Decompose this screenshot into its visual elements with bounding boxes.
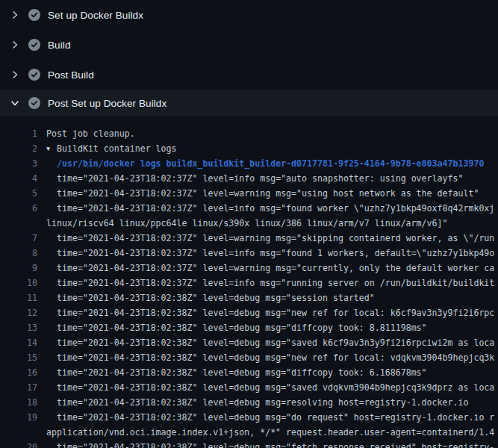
check-circle-icon bbox=[28, 39, 40, 51]
line-number[interactable]: 14 bbox=[0, 335, 37, 350]
log-text: time="2021-04-23T18:02:37Z" level=warnin… bbox=[57, 261, 494, 276]
line-number[interactable]: 5 bbox=[0, 186, 37, 201]
log-group-label: BuildKit container logs bbox=[57, 143, 177, 154]
log-text: application/vnd.oci.image.index.v1+json,… bbox=[46, 425, 494, 440]
line-number bbox=[0, 425, 37, 440]
log-line: 5time="2021-04-23T18:02:37Z" level=warni… bbox=[0, 186, 498, 201]
log-text: time="2021-04-23T18:02:38Z" level=debug … bbox=[57, 380, 494, 395]
log-text: ▼BuildKit container logs bbox=[46, 141, 177, 156]
log-line: 6time="2021-04-23T18:02:37Z" level=info … bbox=[0, 201, 498, 216]
line-number[interactable]: 3 bbox=[0, 156, 37, 171]
log-line: 3/usr/bin/docker logs buildx_buildkit_bu… bbox=[0, 156, 498, 171]
log-command-text: /usr/bin/docker logs buildx_buildkit_bui… bbox=[57, 156, 484, 171]
line-number[interactable]: 20 bbox=[0, 440, 37, 448]
step-section-build[interactable]: Build bbox=[0, 30, 498, 60]
log-text: time="2021-04-23T18:02:38Z" level=debug … bbox=[57, 320, 427, 335]
log-text: time="2021-04-23T18:02:37Z" level=info m… bbox=[57, 201, 494, 216]
line-number bbox=[0, 216, 37, 231]
line-number[interactable]: 15 bbox=[0, 350, 37, 365]
line-number[interactable]: 16 bbox=[0, 365, 37, 380]
log-text: time="2021-04-23T18:02:37Z" level=warnin… bbox=[57, 186, 479, 201]
line-number[interactable]: 12 bbox=[0, 305, 37, 320]
log-line: 16time="2021-04-23T18:02:38Z" level=debu… bbox=[0, 365, 498, 380]
log-text: linux/riscv64 linux/ppc64le linux/s390x … bbox=[46, 216, 447, 231]
log-text: time="2021-04-23T18:02:37Z" level=warnin… bbox=[57, 231, 494, 246]
log-line[interactable]: 2▼BuildKit container logs bbox=[0, 141, 498, 156]
step-section-post-build[interactable]: Post Build bbox=[0, 60, 498, 90]
check-circle-icon bbox=[28, 97, 40, 109]
line-number[interactable]: 1 bbox=[0, 126, 37, 141]
chevron-right-icon bbox=[10, 10, 19, 19]
log-text: time="2021-04-23T18:02:37Z" level=info m… bbox=[57, 276, 494, 290]
log-line: 19time="2021-04-23T18:02:38Z" level=debu… bbox=[0, 410, 498, 425]
log-line: 11time="2021-04-23T18:02:38Z" level=debu… bbox=[0, 290, 498, 305]
check-circle-icon bbox=[28, 9, 40, 21]
step-title: Post Set up Docker Buildx bbox=[48, 98, 166, 109]
step-section-setup-docker-buildx[interactable]: Set up Docker Buildx bbox=[0, 0, 498, 30]
line-number[interactable]: 11 bbox=[0, 290, 37, 305]
step-title: Set up Docker Buildx bbox=[48, 10, 143, 21]
log-line-wrap: linux/riscv64 linux/ppc64le linux/s390x … bbox=[0, 216, 498, 231]
log-text: time="2021-04-23T18:02:38Z" level=debug … bbox=[57, 335, 494, 350]
line-number[interactable]: 8 bbox=[0, 246, 37, 261]
log-text: time="2021-04-23T18:02:38Z" level=debug … bbox=[57, 365, 427, 380]
line-number[interactable]: 2 bbox=[0, 141, 37, 156]
log-line: 10time="2021-04-23T18:02:37Z" level=info… bbox=[0, 276, 498, 290]
line-number[interactable]: 9 bbox=[0, 261, 37, 276]
log-line: 14time="2021-04-23T18:02:38Z" level=debu… bbox=[0, 335, 498, 350]
line-number[interactable]: 10 bbox=[0, 276, 37, 290]
log-text: time="2021-04-23T18:02:38Z" level=debug … bbox=[57, 440, 494, 448]
log-line: 9time="2021-04-23T18:02:37Z" level=warni… bbox=[0, 261, 498, 276]
chevron-down-icon bbox=[10, 99, 19, 108]
line-number[interactable]: 13 bbox=[0, 320, 37, 335]
log-text: time="2021-04-23T18:02:37Z" level=info m… bbox=[57, 171, 463, 186]
step-title: Build bbox=[48, 40, 71, 51]
log-text: time="2021-04-23T18:02:38Z" level=debug … bbox=[57, 395, 468, 410]
log-text: time="2021-04-23T18:02:38Z" level=debug … bbox=[57, 305, 494, 320]
line-number[interactable]: 4 bbox=[0, 171, 37, 186]
log-text: time="2021-04-23T18:02:38Z" level=debug … bbox=[57, 410, 494, 425]
log-text: time="2021-04-23T18:02:38Z" level=debug … bbox=[57, 350, 494, 365]
log-group-toggle-icon[interactable]: ▼ bbox=[46, 141, 57, 156]
log-text: time="2021-04-23T18:02:37Z" level=info m… bbox=[57, 246, 494, 261]
log-line: 18time="2021-04-23T18:02:38Z" level=debu… bbox=[0, 395, 498, 410]
workflow-log-viewer: Set up Docker Buildx Build Post Build Po… bbox=[0, 0, 498, 448]
log-text: time="2021-04-23T18:02:38Z" level=debug … bbox=[57, 290, 375, 305]
log-line: 4time="2021-04-23T18:02:37Z" level=info … bbox=[0, 171, 498, 186]
check-circle-icon bbox=[28, 69, 40, 81]
chevron-right-icon bbox=[10, 40, 19, 49]
log-text: Post job cleanup. bbox=[46, 126, 135, 141]
line-number[interactable]: 19 bbox=[0, 410, 37, 425]
log-line: 13time="2021-04-23T18:02:38Z" level=debu… bbox=[0, 320, 498, 335]
line-number[interactable]: 17 bbox=[0, 380, 37, 395]
log-line: 7time="2021-04-23T18:02:37Z" level=warni… bbox=[0, 231, 498, 246]
log-line: 17time="2021-04-23T18:02:38Z" level=debu… bbox=[0, 380, 498, 395]
log-line-wrap: application/vnd.oci.image.index.v1+json,… bbox=[0, 425, 498, 440]
chevron-right-icon bbox=[10, 70, 19, 79]
line-number[interactable]: 6 bbox=[0, 201, 37, 216]
log-line: 8time="2021-04-23T18:02:37Z" level=info … bbox=[0, 246, 498, 261]
log-line: 20time="2021-04-23T18:02:38Z" level=debu… bbox=[0, 440, 498, 448]
log-line: 15time="2021-04-23T18:02:38Z" level=debu… bbox=[0, 350, 498, 365]
line-number[interactable]: 18 bbox=[0, 395, 37, 410]
step-section-post-setup-docker-buildx[interactable]: Post Set up Docker Buildx bbox=[0, 90, 498, 116]
log-line: 1Post job cleanup. bbox=[0, 126, 498, 141]
line-number[interactable]: 7 bbox=[0, 231, 37, 246]
log-line: 12time="2021-04-23T18:02:38Z" level=debu… bbox=[0, 305, 498, 320]
log-lines: 1Post job cleanup.2▼BuildKit container l… bbox=[0, 119, 498, 448]
step-title: Post Build bbox=[48, 69, 94, 81]
